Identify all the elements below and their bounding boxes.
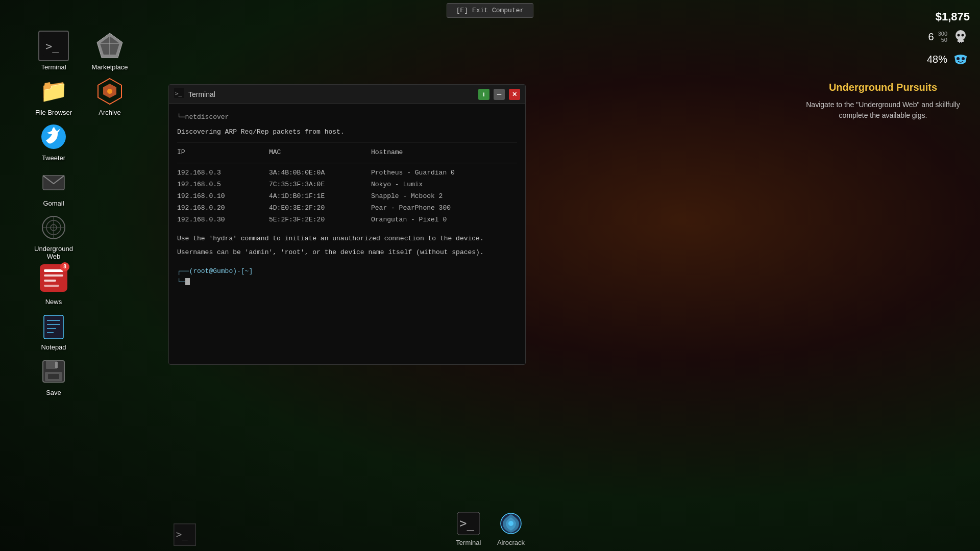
row0-hostname: Protheus - Guardian 0: [371, 168, 517, 179]
svg-point-7: [957, 57, 960, 60]
underground-web-icon: [38, 212, 69, 243]
separator-1: [177, 142, 517, 142]
quest-title: Underground Pursuits: [796, 82, 970, 93]
bottom-terminal-indicator[interactable]: >_: [174, 523, 196, 546]
svg-point-6: [962, 34, 964, 37]
desktop-icon-save[interactable]: Save: [31, 356, 77, 396]
desktop-icon-file-browser[interactable]: 📁 File Browser: [31, 76, 77, 116]
hud-percent: 48%: [927, 54, 947, 65]
prompt-line1: ┌──(root@Gumbo)-[~]: [177, 266, 517, 277]
taskbar-airocrack-label: Airocrack: [497, 539, 525, 546]
taskbar-terminal[interactable]: >_ Terminal: [455, 510, 482, 546]
row1-mac: 7C:35:3F:3A:0E: [269, 180, 371, 190]
svg-rect-37: [55, 362, 58, 368]
desktop-icon-news[interactable]: 8 News: [31, 265, 77, 306]
underground-web-label: Underground Web: [31, 245, 77, 260]
svg-rect-39: [48, 374, 59, 379]
svg-point-45: [508, 521, 513, 526]
desktop-icon-archive[interactable]: Archive: [87, 76, 133, 116]
terminal-line1: Discovering ARP Req/Rep packets from hos…: [177, 127, 517, 138]
skull-icon: [951, 28, 970, 46]
prompt-line2: └─: [177, 277, 517, 288]
terminal-hint1: Use the 'hydra' command to initiate an u…: [177, 234, 517, 244]
col-hostname: Hostname: [371, 147, 517, 158]
terminal-hint2: Usernames can be 'admin', 'root', or the…: [177, 247, 517, 258]
terminal-icon: >_: [38, 31, 69, 61]
row2-mac: 4A:1D:B0:1F:1E: [269, 191, 371, 202]
row2-hostname: Snapple - Mcbook 2: [371, 191, 517, 202]
quest-panel: Underground Pursuits Navigate to the "Un…: [796, 82, 970, 121]
terminal-titlebar: >_ Terminal i ─ ✕: [169, 85, 525, 104]
svg-rect-27: [44, 274, 63, 277]
taskbar-airocrack[interactable]: Airocrack: [497, 510, 525, 546]
tweeter-icon: [38, 121, 69, 152]
hud-panel: $1,875 6 300 50 48%: [927, 10, 970, 68]
table-row: 192.168.0.20 4D:E0:3E:2F:20 Pear - PearP…: [177, 203, 517, 214]
desktop-icon-gomail[interactable]: Gomail: [31, 167, 77, 207]
svg-text:>_: >_: [459, 516, 474, 531]
icon-row-3: Gomail: [31, 167, 133, 207]
table-row: 192.168.0.30 5E:2F:3F:2E:20 Orangutan - …: [177, 214, 517, 226]
marketplace-label: Marketplace: [92, 63, 128, 71]
row4-hostname: Orangutan - Pixel 0: [371, 215, 517, 226]
news-badge: 8: [60, 262, 69, 271]
close-button[interactable]: ✕: [509, 89, 520, 100]
tweeter-label: Tweeter: [42, 154, 65, 162]
table-row: 192.168.0.10 4A:1D:B0:1F:1E Snapple - Mc…: [177, 191, 517, 203]
row4-mac: 5E:2F:3F:2E:20: [269, 215, 371, 226]
row0-mac: 3A:4B:0B:0E:0A: [269, 168, 371, 179]
save-icon: [38, 356, 69, 387]
marketplace-icon: [94, 31, 125, 61]
save-label: Save: [46, 389, 61, 396]
svg-point-5: [958, 34, 960, 37]
archive-label: Archive: [99, 109, 120, 116]
row2-ip: 192.168.0.10: [177, 191, 269, 202]
icon-row-2: Tweeter: [31, 121, 133, 162]
icon-row-0: >_ Terminal Marketplace: [31, 31, 133, 71]
icon-row-6: Notepad: [31, 311, 133, 351]
col-ip: IP: [177, 147, 269, 158]
notepad-icon: [38, 311, 69, 341]
terminal-window-title: Terminal: [188, 90, 474, 98]
cursor: [185, 278, 190, 285]
quest-description: Navigate to the "Underground Web" and sk…: [796, 99, 970, 121]
hud-score-sub-right: 300: [938, 31, 947, 37]
minimize-button[interactable]: ─: [494, 89, 505, 100]
gomail-label: Gomail: [43, 199, 64, 207]
file-browser-label: File Browser: [35, 109, 72, 116]
hud-percent-row: 48%: [927, 50, 970, 68]
svg-point-17: [107, 89, 112, 94]
hud-score: 6: [928, 31, 934, 43]
desktop-icon-underground-web[interactable]: Underground Web: [31, 212, 77, 260]
svg-rect-3: [960, 42, 962, 43]
icon-row-1: 📁 File Browser Archive: [31, 76, 133, 116]
desktop-icons: >_ Terminal Marketplace 📁 File Browser: [31, 31, 133, 396]
svg-rect-26: [44, 269, 63, 272]
exit-button[interactable]: [E] Exit Computer: [447, 3, 534, 18]
terminal-body[interactable]: └─netdiscover Discovering ARP Req/Rep pa…: [169, 104, 525, 364]
svg-point-8: [962, 57, 965, 60]
archive-icon: [94, 76, 125, 107]
table-row: 192.168.0.3 3A:4B:0B:0E:0A Protheus - Gu…: [177, 167, 517, 179]
row1-ip: 192.168.0.5: [177, 180, 269, 190]
table-header: IP MAC Hostname: [177, 146, 517, 159]
taskbar: >_ Terminal Airocrack: [0, 505, 980, 551]
desktop-icon-notepad[interactable]: Notepad: [31, 311, 77, 351]
notepad-label: Notepad: [41, 343, 66, 351]
svg-rect-29: [44, 285, 59, 287]
desktop-icon-terminal[interactable]: >_ Terminal: [31, 31, 77, 71]
terminal-window: >_ Terminal i ─ ✕ └─netdiscover Discover…: [168, 84, 526, 365]
terminal-command: └─netdiscover: [177, 112, 517, 123]
terminal-label: Terminal: [41, 63, 66, 71]
svg-rect-4: [962, 42, 964, 43]
desktop-icon-marketplace[interactable]: Marketplace: [87, 31, 133, 71]
info-button[interactable]: i: [478, 89, 489, 100]
mask-icon: [951, 50, 970, 68]
svg-text:>_: >_: [176, 529, 188, 540]
desktop-icon-tweeter[interactable]: Tweeter: [31, 121, 77, 162]
hud-money: $1,875: [936, 10, 970, 23]
row3-ip: 192.168.0.20: [177, 203, 269, 214]
svg-text:>_: >_: [175, 90, 182, 97]
separator-2: [177, 163, 517, 163]
terminal-title-icon: >_: [174, 88, 184, 101]
